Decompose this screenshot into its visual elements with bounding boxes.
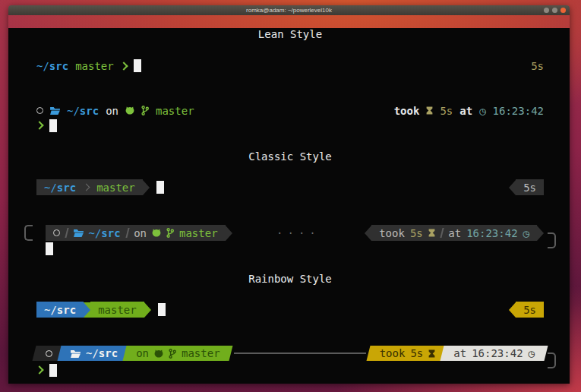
- os-icon: [46, 350, 52, 357]
- duration-value: 5s: [410, 227, 423, 239]
- dir-segment: ~/src: [36, 302, 84, 318]
- time-value: 16:23:42: [466, 227, 517, 239]
- window-controls: [544, 8, 566, 13]
- os-icon: [53, 229, 60, 236]
- powerline-arrow-icon: [509, 180, 516, 195]
- terminal-window: romka@adam: ~/powerlevel10k Lean Style ~…: [8, 5, 570, 384]
- powerline-arrow-icon: [226, 226, 232, 241]
- window-title: romka@adam: ~/powerlevel10k: [246, 7, 332, 14]
- took-label: took: [394, 105, 420, 117]
- git-branch-name: master: [156, 105, 194, 117]
- chevron-icon: [35, 121, 43, 129]
- rainbow-prompt-oneline: ~/src master 5s: [36, 302, 544, 318]
- window-titlebar[interactable]: romka@adam: ~/powerlevel10k: [8, 5, 570, 15]
- section-heading-classic: Classic Style: [36, 150, 544, 163]
- dir-prefix: ~/: [36, 60, 49, 72]
- dir-name: src: [57, 304, 76, 316]
- prompt-filler-dots: ····: [232, 227, 365, 239]
- dir-segment: ~/src on master: [46, 225, 226, 241]
- terminal-cursor: [158, 303, 166, 316]
- time-segment: at 16:23:42 ◷: [444, 346, 544, 361]
- powerline-arrow-icon: [365, 226, 371, 241]
- git-branch-icon: [141, 106, 149, 115]
- powerline-arrow-icon: [144, 302, 151, 318]
- dir-prefix: ~/: [67, 105, 80, 117]
- took-label: took: [379, 227, 405, 239]
- dir-prefix: ~/: [89, 227, 102, 239]
- terminal-cursor: [156, 181, 164, 194]
- took-label: took: [380, 347, 406, 359]
- duration-value: 5s: [410, 347, 423, 359]
- on-label: on: [134, 227, 147, 239]
- terminal-cursor: [46, 242, 53, 255]
- section-heading-rainbow: Rainbow Style: [36, 273, 544, 286]
- git-branch-name: master: [75, 60, 114, 72]
- duration-value: 5s: [531, 60, 544, 72]
- lean-prompt-oneline: ~/src master 5s: [36, 58, 544, 74]
- segment-separator-icon: [83, 184, 90, 191]
- folder-icon: [74, 229, 84, 237]
- duration-segment: 5s: [516, 302, 544, 318]
- git-branch-name: master: [96, 182, 135, 194]
- at-label: at: [453, 347, 466, 359]
- branch-segment: master: [90, 302, 144, 318]
- status-segment: took 5s: [371, 346, 445, 361]
- duration-value: 5s: [440, 105, 453, 117]
- dir-name: src: [57, 182, 76, 194]
- lean-prompt-twoline: ~/src on master took: [36, 103, 544, 133]
- rainbow-prompt-twoline: ~/src on master took: [36, 346, 544, 379]
- git-branch-icon: [169, 349, 176, 359]
- hourglass-icon: [428, 349, 435, 358]
- time-value: 16:23:42: [472, 347, 523, 359]
- section-heading-lean: Lean Style: [36, 28, 544, 41]
- hourglass-icon: [428, 229, 435, 237]
- duration-segment: 5s: [516, 179, 544, 195]
- status-segment: took 5s at 16:23:42 ◷: [371, 225, 537, 241]
- prompt-filler-line: [234, 352, 366, 354]
- close-button[interactable]: [560, 8, 566, 13]
- github-icon: [125, 106, 134, 115]
- on-label: on: [106, 105, 118, 117]
- git-branch-icon: [166, 228, 174, 238]
- classic-prompt-oneline: ~/src master 5s: [36, 179, 544, 195]
- at-label: at: [459, 105, 472, 117]
- minimize-button[interactable]: [544, 8, 549, 13]
- github-icon: [152, 229, 161, 237]
- duration-value: 5s: [523, 182, 536, 194]
- segment-separator: [125, 228, 129, 238]
- classic-prompt-twoline: ~/src on master: [36, 225, 544, 256]
- folder-icon: [71, 349, 81, 358]
- chevron-icon: [119, 62, 128, 70]
- terminal-cursor: [49, 364, 57, 377]
- github-icon: [154, 349, 163, 358]
- segment-separator: [65, 228, 68, 238]
- on-label: on: [136, 347, 149, 359]
- dir-name: src: [101, 227, 120, 239]
- git-branch-name: master: [182, 347, 220, 359]
- chevron-icon: [35, 365, 43, 374]
- prompt-frame-left: [24, 225, 33, 241]
- dir-segment: ~/src: [62, 346, 127, 361]
- powerline-arrow-icon: [509, 302, 516, 318]
- prompt-frame-right: [548, 352, 556, 368]
- dir-prefix: ~/: [44, 182, 57, 194]
- git-branch-name: master: [179, 227, 218, 239]
- maximize-button[interactable]: [552, 8, 557, 13]
- segment-separator: [440, 228, 444, 238]
- dir-segment: ~/src master: [36, 179, 143, 195]
- duration-value: 5s: [523, 304, 536, 316]
- powerline-arrow-icon: [84, 302, 90, 318]
- dir-name: src: [80, 105, 99, 117]
- powerline-arrow-icon: [537, 226, 544, 241]
- git-branch-name: master: [98, 304, 137, 316]
- terminal-cursor: [49, 119, 57, 132]
- at-label: at: [448, 227, 461, 239]
- terminal-screen: Lean Style ~/src master 5s: [8, 28, 570, 384]
- dir-prefix: ~/: [44, 304, 57, 316]
- time-value: 16:23:42: [493, 105, 544, 117]
- dir-prefix: ~/: [86, 347, 99, 359]
- os-icon: [36, 107, 43, 114]
- desktop-background: romka@adam: ~/powerlevel10k Lean Style ~…: [0, 0, 581, 392]
- clock-icon: ◷: [529, 347, 535, 359]
- branch-segment: on master: [127, 346, 229, 361]
